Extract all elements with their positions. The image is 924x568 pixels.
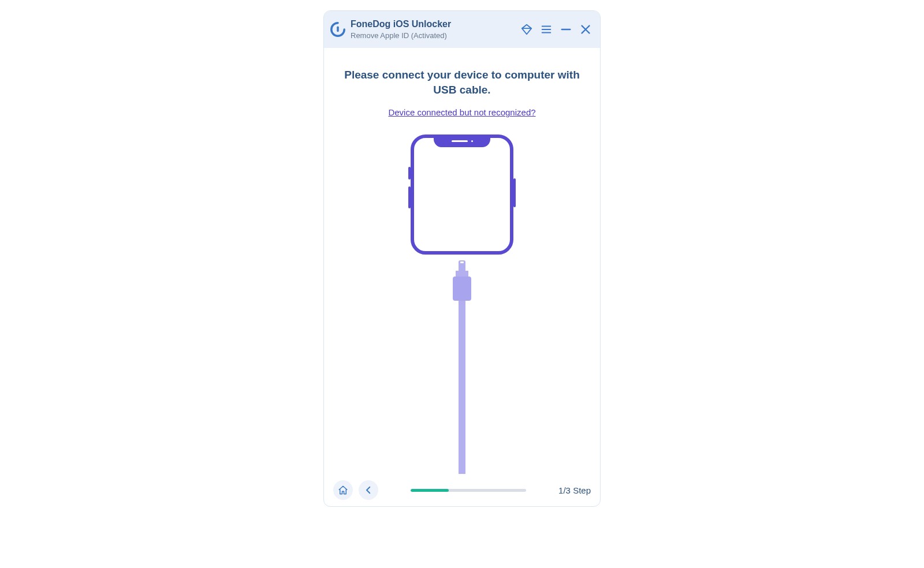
svg-rect-0 <box>337 26 339 32</box>
app-window: FoneDog iOS Unlocker Remove Apple ID (Ac… <box>323 10 601 507</box>
title-text: FoneDog iOS Unlocker Remove Apple ID (Ac… <box>351 18 520 40</box>
app-title: FoneDog iOS Unlocker <box>351 18 520 30</box>
notch-camera-dot <box>471 140 473 142</box>
minimize-icon[interactable] <box>560 23 572 36</box>
notch-speaker <box>452 140 468 142</box>
help-link[interactable]: Device connected but not recognized? <box>388 107 535 117</box>
menu-icon[interactable] <box>540 23 553 36</box>
progress-bar <box>411 489 526 492</box>
usb-cable-icon <box>453 260 471 474</box>
progress-fill <box>411 489 449 492</box>
cable-neck <box>456 271 468 276</box>
device-illustration <box>324 134 600 474</box>
cable-tip <box>459 260 465 271</box>
phone-side-button <box>408 186 411 208</box>
app-subtitle: Remove Apple ID (Activated) <box>351 31 520 40</box>
window-controls <box>520 23 592 36</box>
phone-side-button <box>408 167 411 180</box>
title-bar: FoneDog iOS Unlocker Remove Apple ID (Ac… <box>324 11 600 48</box>
phone-notch <box>434 134 490 147</box>
step-label: 1/3 Step <box>558 485 591 495</box>
main-content: Please connect your device to computer w… <box>324 48 600 474</box>
footer-bar: 1/3 Step <box>324 474 600 506</box>
home-button[interactable] <box>333 480 353 500</box>
back-button[interactable] <box>359 480 378 500</box>
phone-side-button <box>513 178 516 207</box>
instruction-headline: Please connect your device to computer w… <box>341 68 583 97</box>
close-icon[interactable] <box>579 23 592 36</box>
cable-wire <box>459 301 465 474</box>
progress-wrap <box>384 489 553 492</box>
diamond-icon[interactable] <box>520 23 533 36</box>
phone-outline-icon <box>411 134 513 255</box>
cable-plug <box>453 276 471 301</box>
app-logo-icon <box>330 21 346 38</box>
